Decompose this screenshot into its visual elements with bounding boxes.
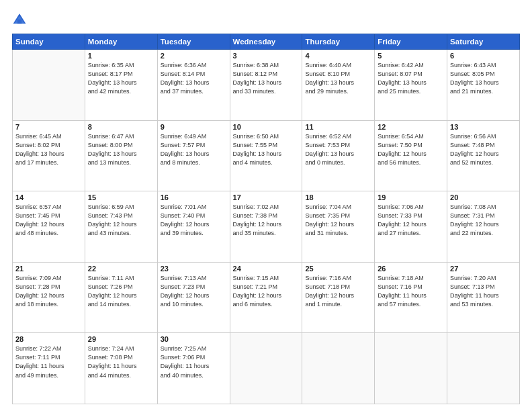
weekday-header-tuesday: Tuesday xyxy=(157,34,230,50)
calendar-cell: 12Sunrise: 6:54 AM Sunset: 7:50 PM Dayli… xyxy=(375,120,447,191)
calendar-cell: 29Sunrise: 7:24 AM Sunset: 7:08 PM Dayli… xyxy=(85,333,157,404)
calendar-cell: 13Sunrise: 6:56 AM Sunset: 7:48 PM Dayli… xyxy=(447,120,520,191)
day-info: Sunrise: 6:52 AM Sunset: 7:53 PM Dayligh… xyxy=(305,132,371,167)
day-number: 15 xyxy=(88,193,154,201)
day-number: 10 xyxy=(233,123,300,131)
day-info: Sunrise: 7:16 AM Sunset: 7:18 PM Dayligh… xyxy=(305,274,371,309)
calendar-cell: 9Sunrise: 6:49 AM Sunset: 7:57 PM Daylig… xyxy=(157,120,230,191)
day-info: Sunrise: 7:11 AM Sunset: 7:26 PM Dayligh… xyxy=(88,274,154,309)
day-number: 22 xyxy=(88,265,154,273)
day-number: 29 xyxy=(88,335,154,343)
calendar-cell: 1Sunrise: 6:35 AM Sunset: 8:17 PM Daylig… xyxy=(85,50,157,121)
day-info: Sunrise: 7:18 AM Sunset: 7:16 PM Dayligh… xyxy=(378,274,444,309)
calendar-cell: 24Sunrise: 7:15 AM Sunset: 7:21 PM Dayli… xyxy=(230,262,302,333)
logo xyxy=(12,12,30,27)
calendar-cell: 3Sunrise: 6:38 AM Sunset: 8:12 PM Daylig… xyxy=(230,50,302,121)
calendar-cell: 21Sunrise: 7:09 AM Sunset: 7:28 PM Dayli… xyxy=(13,262,85,333)
calendar: SundayMondayTuesdayWednesdayThursdayFrid… xyxy=(12,34,520,404)
day-number: 5 xyxy=(378,52,444,60)
day-info: Sunrise: 6:40 AM Sunset: 8:10 PM Dayligh… xyxy=(305,61,371,96)
day-number: 3 xyxy=(233,52,300,60)
day-info: Sunrise: 7:24 AM Sunset: 7:08 PM Dayligh… xyxy=(88,345,154,379)
calendar-cell: 18Sunrise: 7:04 AM Sunset: 7:35 PM Dayli… xyxy=(302,191,375,263)
logo-icon xyxy=(12,12,27,27)
calendar-cell: 16Sunrise: 7:01 AM Sunset: 7:40 PM Dayli… xyxy=(157,191,230,263)
week-row-4: 21Sunrise: 7:09 AM Sunset: 7:28 PM Dayli… xyxy=(13,262,520,333)
day-number: 20 xyxy=(450,193,517,201)
day-info: Sunrise: 7:06 AM Sunset: 7:33 PM Dayligh… xyxy=(378,203,444,238)
day-number: 30 xyxy=(161,335,227,343)
calendar-cell: 15Sunrise: 6:59 AM Sunset: 7:43 PM Dayli… xyxy=(85,191,157,263)
day-info: Sunrise: 7:09 AM Sunset: 7:28 PM Dayligh… xyxy=(15,274,82,309)
calendar-cell: 2Sunrise: 6:36 AM Sunset: 8:14 PM Daylig… xyxy=(157,50,230,121)
day-info: Sunrise: 6:35 AM Sunset: 8:17 PM Dayligh… xyxy=(88,61,154,96)
week-row-3: 14Sunrise: 6:57 AM Sunset: 7:45 PM Dayli… xyxy=(13,191,520,263)
day-number: 2 xyxy=(161,52,227,60)
calendar-cell: 10Sunrise: 6:50 AM Sunset: 7:55 PM Dayli… xyxy=(230,120,302,191)
day-info: Sunrise: 6:36 AM Sunset: 8:14 PM Dayligh… xyxy=(161,61,227,96)
calendar-cell: 26Sunrise: 7:18 AM Sunset: 7:16 PM Dayli… xyxy=(375,262,447,333)
calendar-cell: 25Sunrise: 7:16 AM Sunset: 7:18 PM Dayli… xyxy=(302,262,375,333)
day-info: Sunrise: 6:45 AM Sunset: 8:02 PM Dayligh… xyxy=(15,132,82,167)
day-info: Sunrise: 7:25 AM Sunset: 7:06 PM Dayligh… xyxy=(161,345,227,379)
day-number: 8 xyxy=(88,123,154,131)
day-info: Sunrise: 6:38 AM Sunset: 8:12 PM Dayligh… xyxy=(233,61,300,96)
calendar-cell: 22Sunrise: 7:11 AM Sunset: 7:26 PM Dayli… xyxy=(85,262,157,333)
day-number: 18 xyxy=(305,193,371,201)
day-info: Sunrise: 6:56 AM Sunset: 7:48 PM Dayligh… xyxy=(450,132,517,167)
day-info: Sunrise: 6:54 AM Sunset: 7:50 PM Dayligh… xyxy=(378,132,444,167)
day-number: 9 xyxy=(161,123,227,131)
day-number: 26 xyxy=(378,265,444,273)
calendar-cell: 5Sunrise: 6:42 AM Sunset: 8:07 PM Daylig… xyxy=(375,50,447,121)
day-info: Sunrise: 6:57 AM Sunset: 7:45 PM Dayligh… xyxy=(15,203,82,238)
weekday-header-thursday: Thursday xyxy=(302,34,375,50)
day-info: Sunrise: 6:42 AM Sunset: 8:07 PM Dayligh… xyxy=(378,61,444,96)
calendar-cell: 27Sunrise: 7:20 AM Sunset: 7:13 PM Dayli… xyxy=(447,262,520,333)
calendar-cell: 7Sunrise: 6:45 AM Sunset: 8:02 PM Daylig… xyxy=(13,120,85,191)
day-number: 17 xyxy=(233,193,300,201)
calendar-cell: 23Sunrise: 7:13 AM Sunset: 7:23 PM Dayli… xyxy=(157,262,230,333)
week-row-2: 7Sunrise: 6:45 AM Sunset: 8:02 PM Daylig… xyxy=(13,120,520,191)
week-row-5: 28Sunrise: 7:22 AM Sunset: 7:11 PM Dayli… xyxy=(13,333,520,404)
calendar-cell: 17Sunrise: 7:02 AM Sunset: 7:38 PM Dayli… xyxy=(230,191,302,263)
day-number: 21 xyxy=(15,265,82,273)
day-info: Sunrise: 7:02 AM Sunset: 7:38 PM Dayligh… xyxy=(233,203,300,238)
calendar-cell: 6Sunrise: 6:43 AM Sunset: 8:05 PM Daylig… xyxy=(447,50,520,121)
calendar-cell: 8Sunrise: 6:47 AM Sunset: 8:00 PM Daylig… xyxy=(85,120,157,191)
calendar-cell: 14Sunrise: 6:57 AM Sunset: 7:45 PM Dayli… xyxy=(13,191,85,263)
calendar-cell: 11Sunrise: 6:52 AM Sunset: 7:53 PM Dayli… xyxy=(302,120,375,191)
weekday-header-friday: Friday xyxy=(375,34,447,50)
calendar-cell xyxy=(13,50,85,121)
svg-rect-2 xyxy=(17,19,21,24)
day-info: Sunrise: 6:47 AM Sunset: 8:00 PM Dayligh… xyxy=(88,132,154,167)
weekday-header-monday: Monday xyxy=(85,34,157,50)
day-number: 13 xyxy=(450,123,517,131)
day-number: 23 xyxy=(161,265,227,273)
week-row-1: 1Sunrise: 6:35 AM Sunset: 8:17 PM Daylig… xyxy=(13,50,520,121)
day-info: Sunrise: 7:01 AM Sunset: 7:40 PM Dayligh… xyxy=(161,203,227,238)
calendar-cell: 28Sunrise: 7:22 AM Sunset: 7:11 PM Dayli… xyxy=(13,333,85,404)
day-number: 25 xyxy=(305,265,371,273)
day-info: Sunrise: 7:22 AM Sunset: 7:11 PM Dayligh… xyxy=(15,345,82,379)
day-info: Sunrise: 7:15 AM Sunset: 7:21 PM Dayligh… xyxy=(233,274,300,309)
day-info: Sunrise: 7:20 AM Sunset: 7:13 PM Dayligh… xyxy=(450,274,517,309)
calendar-cell: 20Sunrise: 7:08 AM Sunset: 7:31 PM Dayli… xyxy=(447,191,520,263)
calendar-cell: 19Sunrise: 7:06 AM Sunset: 7:33 PM Dayli… xyxy=(375,191,447,263)
day-info: Sunrise: 7:04 AM Sunset: 7:35 PM Dayligh… xyxy=(305,203,371,238)
day-number: 11 xyxy=(305,123,371,131)
day-number: 7 xyxy=(15,123,82,131)
calendar-cell: 30Sunrise: 7:25 AM Sunset: 7:06 PM Dayli… xyxy=(157,333,230,404)
day-number: 28 xyxy=(15,335,82,343)
day-info: Sunrise: 6:43 AM Sunset: 8:05 PM Dayligh… xyxy=(450,61,517,96)
calendar-cell xyxy=(230,333,302,404)
calendar-cell xyxy=(302,333,375,404)
day-number: 4 xyxy=(305,52,371,60)
day-number: 16 xyxy=(161,193,227,201)
weekday-header-wednesday: Wednesday xyxy=(230,34,302,50)
day-number: 1 xyxy=(88,52,154,60)
calendar-cell xyxy=(447,333,520,404)
day-number: 24 xyxy=(233,265,300,273)
calendar-cell xyxy=(375,333,447,404)
day-number: 27 xyxy=(450,265,517,273)
day-info: Sunrise: 7:08 AM Sunset: 7:31 PM Dayligh… xyxy=(450,203,517,238)
